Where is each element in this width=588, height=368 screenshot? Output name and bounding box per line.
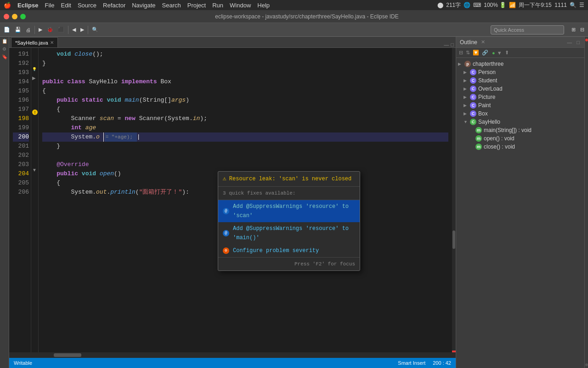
save-button[interactable]: 💾 xyxy=(13,26,23,34)
new-button[interactable]: 📄 xyxy=(2,26,12,34)
forward-button[interactable]: ▶ xyxy=(79,26,86,34)
quickfix-item-3[interactable]: ⚙ Configure problem severity xyxy=(218,244,360,257)
quickfix-at-icon-2: @ xyxy=(223,230,229,236)
outline-close-button[interactable]: ✕ xyxy=(480,39,486,46)
main-layout: 📋 ⚙ 🔖 *SayHello.java ✕ — □ 191 192 193 1… xyxy=(0,37,588,368)
menu-eclipse[interactable]: Eclipse xyxy=(17,2,39,9)
quickfix-item-3-label: Configure problem severity xyxy=(233,246,319,255)
outline-expand[interactable]: ⬆ xyxy=(504,49,510,56)
outline-item-box[interactable]: ▶ C Box xyxy=(456,109,584,118)
outline-maximize-button[interactable]: □ xyxy=(576,39,581,46)
tree-arrow-chapterthree: ▶ xyxy=(458,62,463,66)
right-panel-gutter xyxy=(584,37,588,368)
quickfix-subtitle: 3 quick fixes available: xyxy=(218,187,360,200)
class-icon-sayhello: C xyxy=(470,119,476,125)
status-writable: Writable xyxy=(14,360,32,366)
code-content[interactable]: void close(); } public class SayHello im… xyxy=(39,48,452,352)
warning-bulb-198[interactable]: 💡 xyxy=(32,67,37,71)
maximize-window-button[interactable] xyxy=(20,14,26,19)
quickfix-item-2[interactable]: @ Add @SuppressWarnings 'resource' to 'm… xyxy=(218,222,360,244)
outline-item-paint[interactable]: ▶ C Paint xyxy=(456,101,584,109)
code-line-194: public class SayHello implements Box xyxy=(42,77,448,86)
menu-help[interactable]: Help xyxy=(257,2,270,9)
outline-collapse-all[interactable]: ⊟ xyxy=(458,49,464,56)
window-controls[interactable] xyxy=(4,14,26,19)
outline-item-main[interactable]: m main(String[]) : void xyxy=(456,126,584,134)
run-button[interactable]: ▶ xyxy=(37,26,44,34)
code-line-192: } xyxy=(42,59,448,68)
method-icon-main: m xyxy=(475,127,482,133)
tree-arrow-paint: ▶ xyxy=(464,103,468,108)
quickfix-item-1-label: Add @SuppressWarnings 'resource' to 'sca… xyxy=(233,202,355,220)
fold-arrow-204[interactable]: ▼ xyxy=(32,167,37,172)
menu-refactor[interactable]: Refactor xyxy=(103,2,125,9)
perspective-button[interactable]: ⊞ xyxy=(570,26,577,34)
editor-tab-bar: *SayHello.java ✕ — □ xyxy=(9,37,456,48)
outline-label-picture: Picture xyxy=(478,94,495,100)
outline-tree: ▶ p chapterthree ▶ C Person ▶ C Student … xyxy=(456,58,584,368)
outline-filter[interactable]: 🔽 xyxy=(472,49,480,56)
outline-minimize-button[interactable]: — xyxy=(566,39,573,46)
code-line-196: public static void main(String[]args) xyxy=(42,96,448,105)
menu-search[interactable]: Search xyxy=(162,2,181,9)
layout-button[interactable]: ⊟ xyxy=(578,26,586,34)
outline-label-chapterthree: chapterthree xyxy=(473,61,503,67)
outline-link[interactable]: 🔗 xyxy=(481,49,489,56)
code-line-191: void close(); xyxy=(42,50,448,59)
tree-arrow-person: ▶ xyxy=(464,70,468,75)
left-icon-3[interactable]: 🔖 xyxy=(2,54,7,59)
outline-label-paint: Paint xyxy=(478,102,491,109)
outline-item-sayhello[interactable]: ▼ C SayHello xyxy=(456,118,584,126)
menu-file[interactable]: File xyxy=(45,2,55,9)
back-button[interactable]: ◀ xyxy=(70,26,78,34)
minimize-window-button[interactable] xyxy=(12,14,17,19)
outline-item-open[interactable]: m open() : void xyxy=(456,134,584,143)
apple-menu[interactable]: 🍎 xyxy=(4,2,11,9)
horizontal-scrollbar[interactable] xyxy=(9,352,456,358)
debug-button[interactable]: 🐞 xyxy=(45,26,55,34)
menu-project[interactable]: Project xyxy=(187,2,206,9)
tree-arrow-sayhello: ▼ xyxy=(464,120,468,124)
outline-header: Outline ✕ — □ xyxy=(456,37,584,48)
fold-arrow-196[interactable]: ▶ xyxy=(32,75,36,80)
outline-item-chapterthree[interactable]: ▶ p chapterthree xyxy=(456,60,584,68)
quick-access-input[interactable]: Quick Access xyxy=(491,25,564,34)
outline-item-overload[interactable]: ▶ C OverLoad xyxy=(456,85,584,93)
left-icon-1[interactable]: 📋 xyxy=(2,39,7,44)
maximize-editor-button[interactable]: □ xyxy=(451,42,454,47)
search-toolbar-button[interactable]: 🔍 xyxy=(90,26,100,34)
menu-source[interactable]: Source xyxy=(78,2,96,9)
code-line-197: { xyxy=(42,105,448,114)
code-line-198: Scanner scan = new Scanner(System.in); xyxy=(42,114,448,123)
quickfix-warning-message: Resource leak: 'scan' is never closed xyxy=(229,174,351,184)
left-icon-2[interactable]: ⚙ xyxy=(2,46,6,52)
outline-item-student[interactable]: ▶ C Student xyxy=(456,76,584,85)
print-button[interactable]: 🖨 xyxy=(24,26,33,34)
tree-arrow-student: ▶ xyxy=(464,78,468,83)
outline-sort[interactable]: ⇅ xyxy=(465,49,471,56)
warning-icon: ⚠ xyxy=(223,174,226,184)
outline-item-picture[interactable]: ▶ C Picture xyxy=(456,93,584,101)
outline-item-person[interactable]: ▶ C Person xyxy=(456,68,584,76)
editor-tab-sayhello[interactable]: *SayHello.java ✕ xyxy=(11,37,58,47)
outline-settings[interactable]: ▼ xyxy=(496,50,503,56)
menu-edit[interactable]: Edit xyxy=(61,2,71,9)
quickfix-footer: Press 'F2' for focus xyxy=(218,257,360,270)
stop-button[interactable]: ⬛ xyxy=(56,26,66,34)
menu-navigate[interactable]: Navigate xyxy=(132,2,155,9)
code-editor[interactable]: 191 192 193 194 195 196 197 198 199 200 … xyxy=(9,48,456,352)
scrollbar-thumb[interactable] xyxy=(452,230,455,249)
menu-window[interactable]: Window xyxy=(230,2,251,9)
close-window-button[interactable] xyxy=(4,14,9,19)
quickfix-gear-icon: ⚙ xyxy=(223,247,229,254)
minimize-editor-button[interactable]: — xyxy=(444,42,449,47)
quickfix-item-1[interactable]: @ Add @SuppressWarnings 'resource' to 's… xyxy=(218,200,360,222)
code-line-199: int age xyxy=(42,123,448,132)
title-bar: eclipse-workspace - javastudy/src/chapte… xyxy=(0,10,588,23)
outline-label-main: main(String[]) : void xyxy=(484,127,531,133)
horizontal-scrollbar-thumb[interactable] xyxy=(54,353,81,357)
vertical-scrollbar[interactable] xyxy=(452,48,456,352)
menu-run[interactable]: Run xyxy=(212,2,223,9)
outline-item-close[interactable]: m close() : void xyxy=(456,143,584,151)
tab-close-button[interactable]: ✕ xyxy=(50,40,54,45)
